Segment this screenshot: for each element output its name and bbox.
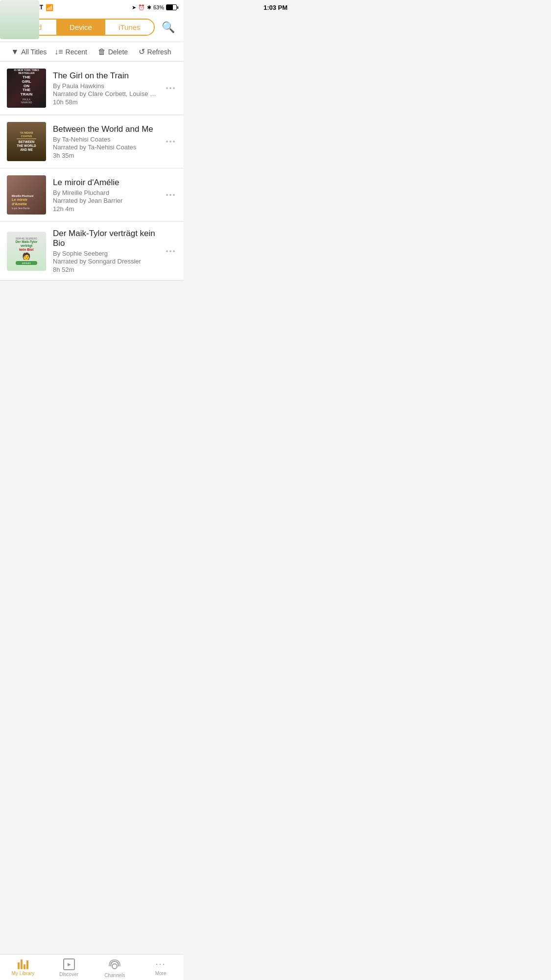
book-info-miroir: Le miroir d'Amélie By Mireille Pluchard … <box>53 178 157 213</box>
toolbar-delete[interactable]: 🗑 Delete <box>92 48 134 56</box>
book-narrator-miroir: Narrated by Jean Barrier <box>53 197 157 204</box>
location-icon: ➤ <box>132 4 136 11</box>
book-item-maik[interactable]: SOPHIE SEEBERG Der Maik-Tylorverträgt ke… <box>0 222 184 281</box>
book-narrator-maik: Narrated by Sonngard Dressler <box>53 258 157 265</box>
toolbar: ▼ All Titles ↓≡ Recent 🗑 Delete ↺ Refres… <box>0 42 184 62</box>
refresh-icon: ↺ <box>139 47 145 56</box>
delete-icon: 🗑 <box>98 48 106 56</box>
bluetooth-icon: ✱ <box>147 4 151 11</box>
search-button[interactable]: 🔍 <box>160 21 177 34</box>
book-duration-girl-train: 10h 58m <box>53 98 157 106</box>
book-author-girl-train: By Paula Hawkins <box>53 82 157 90</box>
book-info-maik: Der Maik-Tylor verträgt kein Bio By Soph… <box>53 229 157 273</box>
book-cover-maik: SOPHIE SEEBERG Der Maik-Tylorverträgt ke… <box>7 232 46 271</box>
book-narrator-girl-train: Narrated by Clare Corbett, Louise Br... <box>53 90 157 97</box>
battery-fill <box>167 5 173 10</box>
empty-space <box>0 281 184 437</box>
book-narrator-between-world: Narrated by Ta-Nehisi Coates <box>53 143 157 151</box>
book-title-girl-train: The Girl on the Train <box>53 71 157 81</box>
book-author-miroir: By Mireille Pluchard <box>53 189 157 196</box>
book-list: #1 NEW YORK TIMESBESTSELLER THEGIRLONTHE… <box>0 62 184 281</box>
book-more-miroir[interactable] <box>164 194 177 196</box>
refresh-label: Refresh <box>147 48 171 56</box>
book-item-between-world[interactable]: TA-NEHISICOATES BETWEENTHE WORLDAND ME B… <box>0 115 184 168</box>
book-author-between-world: By Ta-Nehisi Coates <box>53 136 157 143</box>
book-info-between-world: Between the World and Me By Ta-Nehisi Co… <box>53 124 157 159</box>
book-title-maik: Der Maik-Tylor verträgt kein Bio <box>53 229 157 248</box>
alarm-icon: ⏰ <box>138 4 145 11</box>
book-item-miroir[interactable]: Mireille Pluchard Le miroird'Amélie lu p… <box>0 168 184 222</box>
book-author-maik: By Sophie Seeberg <box>53 250 157 257</box>
all-titles-label: All Titles <box>21 48 47 56</box>
battery-icon <box>166 4 177 10</box>
battery-percentage: 63% <box>153 4 164 10</box>
recent-label: Recent <box>66 48 87 56</box>
book-title-miroir: Le miroir d'Amélie <box>53 178 157 188</box>
toolbar-recent[interactable]: ↓≡ Recent <box>50 48 92 56</box>
book-more-girl-train[interactable] <box>164 87 177 89</box>
toolbar-all-titles[interactable]: ▼ All Titles <box>8 48 50 56</box>
book-info-girl-train: The Girl on the Train By Paula Hawkins N… <box>53 71 157 106</box>
status-right: ➤ ⏰ ✱ 63% <box>132 4 177 11</box>
book-cover-girl-train: #1 NEW YORK TIMESBESTSELLER THEGIRLONTHE… <box>7 69 46 108</box>
book-duration-maik: 8h 52m <box>53 266 157 273</box>
book-cover-between-world: TA-NEHISICOATES BETWEENTHE WORLDAND ME <box>7 122 46 161</box>
search-icon: 🔍 <box>162 21 175 33</box>
book-cover-miroir: Mireille Pluchard Le miroird'Amélie lu p… <box>7 175 46 215</box>
recent-icon: ↓≡ <box>54 48 63 56</box>
toolbar-refresh[interactable]: ↺ Refresh <box>134 47 176 56</box>
tab-device[interactable]: Device <box>56 20 105 35</box>
book-title-between-world: Between the World and Me <box>53 124 157 134</box>
book-more-maik[interactable] <box>164 250 177 252</box>
book-duration-miroir: 12h 4m <box>53 205 157 213</box>
tab-itunes[interactable]: iTunes <box>105 20 154 35</box>
book-item-girl-train[interactable]: #1 NEW YORK TIMESBESTSELLER THEGIRLONTHE… <box>0 62 184 115</box>
delete-label: Delete <box>108 48 128 56</box>
wifi-icon: 📶 <box>46 4 53 11</box>
book-duration-between-world: 3h 35m <box>53 152 157 159</box>
filter-icon: ▼ <box>11 48 19 56</box>
book-more-between-world[interactable] <box>164 141 177 143</box>
